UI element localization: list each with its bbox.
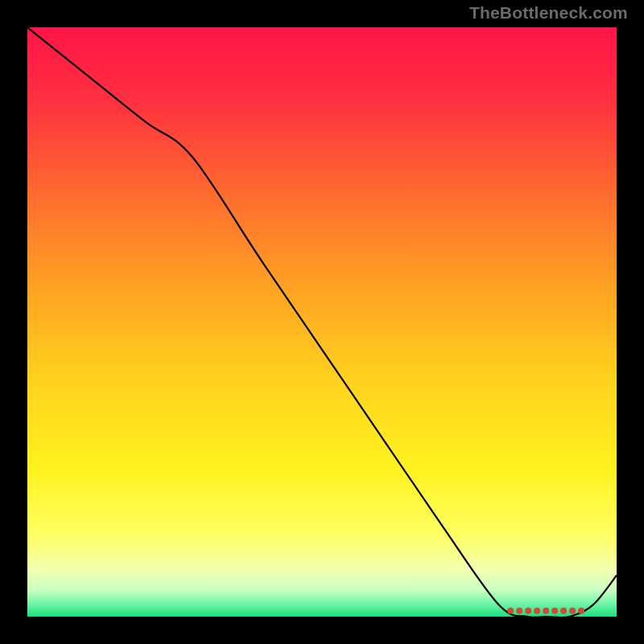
- svg-point-4: [534, 608, 540, 614]
- svg-point-3: [525, 608, 531, 614]
- attribution-label: TheBottleneck.com: [469, 3, 628, 23]
- svg-point-5: [543, 608, 549, 614]
- plot-area: [26, 26, 618, 618]
- svg-point-6: [551, 608, 558, 614]
- svg-point-9: [578, 608, 584, 614]
- data-curve: [27, 27, 617, 617]
- chart-container: TheBottleneck.com: [0, 0, 644, 644]
- svg-point-7: [560, 608, 567, 614]
- svg-point-8: [569, 608, 576, 614]
- svg-point-2: [516, 608, 522, 614]
- svg-point-1: [507, 608, 514, 614]
